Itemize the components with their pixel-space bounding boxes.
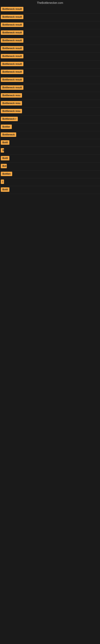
result-row: Bottleneck r <box>0 116 100 123</box>
bottleneck-badge[interactable]: Bottleneck result <box>1 62 23 66</box>
bottleneck-badge[interactable]: Bottleneck r <box>1 117 18 121</box>
bottleneck-badge[interactable]: Bottleneck resu <box>1 101 22 106</box>
results-container: Bottleneck resultBottleneck resultBottle… <box>0 6 100 194</box>
bottleneck-badge[interactable]: B <box>1 148 4 152</box>
result-row: Bottlen <box>0 170 100 178</box>
result-row: Bottleneck resu <box>0 92 100 100</box>
result-row: Bottler <box>0 123 100 131</box>
bottleneck-badge[interactable]: Bottleneck result <box>1 85 23 90</box>
result-row: Bottl <box>0 155 100 162</box>
result-row: Bottleneck result <box>0 37 100 45</box>
bottleneck-badge[interactable]: Bottl <box>1 187 9 192</box>
bottleneck-badge[interactable]: Bottleneck result <box>1 54 23 58</box>
result-row: Bottleneck result <box>0 76 100 84</box>
bottleneck-badge[interactable]: Bottlen <box>1 172 12 176</box>
bottleneck-badge[interactable]: Bottleneck result <box>1 15 23 19</box>
bottleneck-badge[interactable]: Bottleneck result <box>1 7 23 11</box>
result-row: Bot <box>0 162 100 170</box>
result-row: Bottleneck result <box>0 60 100 68</box>
site-title-bar: TheBottlenecker.com <box>0 0 100 6</box>
bottleneck-badge[interactable]: Bottleneck <box>1 132 16 137</box>
result-row: Bottl <box>0 186 100 194</box>
bottleneck-badge[interactable]: I <box>1 180 4 184</box>
bottleneck-badge[interactable]: Bottleneck resu <box>1 109 22 113</box>
bottleneck-badge[interactable]: Bottleneck resu <box>1 93 22 98</box>
bottleneck-badge[interactable]: Bottleneck result <box>1 22 23 27</box>
result-row: Bottleneck resu <box>0 108 100 116</box>
bottleneck-badge[interactable]: Bottl <box>1 140 9 145</box>
result-row: Bottleneck result <box>0 29 100 37</box>
result-row: Bottleneck result <box>0 84 100 92</box>
bottleneck-badge[interactable]: Bottleneck result <box>1 70 23 74</box>
result-row: Bottleneck result <box>0 14 100 21</box>
bottleneck-badge[interactable]: Bottl <box>1 156 9 160</box>
site-title: TheBottlenecker.com <box>0 0 100 6</box>
bottleneck-badge[interactable]: Bottleneck result <box>1 38 23 43</box>
result-row: B <box>0 147 100 155</box>
bottleneck-badge[interactable]: Bot <box>1 164 7 168</box>
result-row: Bottleneck result <box>0 21 100 29</box>
result-row: Bottleneck <box>0 131 100 139</box>
bottleneck-badge[interactable]: Bottleneck result <box>1 30 23 35</box>
result-row: Bottl <box>0 139 100 147</box>
bottleneck-badge[interactable]: Bottleneck result <box>1 46 23 50</box>
result-row: I <box>0 178 100 186</box>
result-row: Bottleneck result <box>0 6 100 14</box>
result-row: Bottleneck resu <box>0 100 100 108</box>
result-row: Bottleneck result <box>0 45 100 53</box>
bottleneck-badge[interactable]: Bottleneck result <box>1 78 23 82</box>
bottleneck-badge[interactable]: Bottler <box>1 124 12 129</box>
result-row: Bottleneck result <box>0 68 100 76</box>
result-row: Bottleneck result <box>0 53 100 60</box>
